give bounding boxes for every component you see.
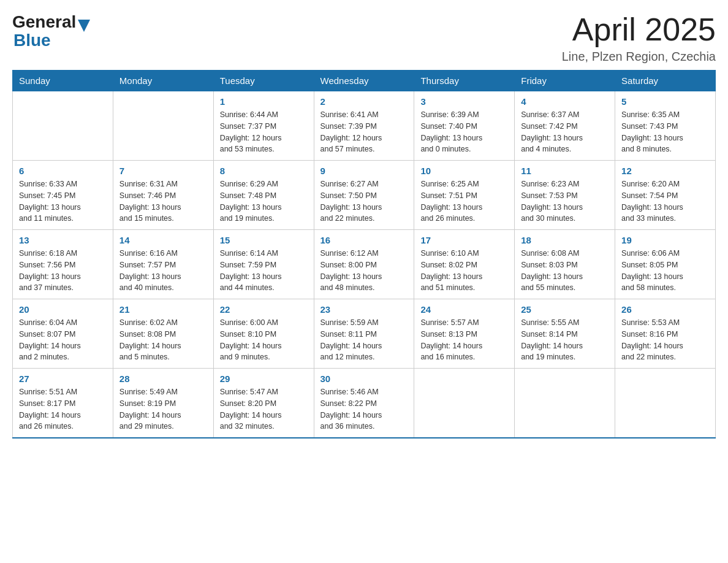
day-number: 2 [320, 96, 408, 107]
day-info: Sunrise: 6:41 AM Sunset: 7:39 PM Dayligh… [320, 109, 408, 155]
day-number: 17 [420, 235, 508, 245]
calendar-cell [414, 369, 515, 439]
day-info: Sunrise: 6:12 AM Sunset: 8:00 PM Dayligh… [320, 248, 408, 294]
calendar-cell: 1Sunrise: 6:44 AM Sunset: 7:37 PM Daylig… [213, 91, 314, 161]
day-number: 25 [521, 304, 609, 315]
day-number: 14 [119, 235, 207, 245]
calendar-cell: 28Sunrise: 5:49 AM Sunset: 8:19 PM Dayli… [113, 369, 213, 439]
weekday-header-monday: Monday [113, 71, 213, 91]
weekday-header-saturday: Saturday [615, 71, 716, 91]
day-info: Sunrise: 6:06 AM Sunset: 8:05 PM Dayligh… [621, 248, 709, 294]
calendar-week-2: 6Sunrise: 6:33 AM Sunset: 7:45 PM Daylig… [13, 161, 716, 230]
calendar-cell: 13Sunrise: 6:18 AM Sunset: 7:56 PM Dayli… [13, 230, 113, 299]
day-number: 4 [521, 96, 609, 107]
calendar-cell: 23Sunrise: 5:59 AM Sunset: 8:11 PM Dayli… [314, 299, 414, 369]
day-info: Sunrise: 6:33 AM Sunset: 7:45 PM Dayligh… [19, 178, 107, 224]
day-info: Sunrise: 6:14 AM Sunset: 7:59 PM Dayligh… [220, 248, 308, 294]
page-header: General Blue April 2025 Line, Plzen Regi… [12, 12, 716, 64]
day-number: 24 [420, 304, 508, 315]
day-number: 26 [621, 304, 709, 315]
day-number: 22 [220, 304, 308, 315]
weekday-header-wednesday: Wednesday [314, 71, 414, 91]
day-info: Sunrise: 6:18 AM Sunset: 7:56 PM Dayligh… [19, 248, 107, 294]
calendar-cell [515, 369, 615, 439]
day-info: Sunrise: 5:59 AM Sunset: 8:11 PM Dayligh… [320, 317, 408, 363]
calendar-cell: 14Sunrise: 6:16 AM Sunset: 7:57 PM Dayli… [113, 230, 213, 299]
day-info: Sunrise: 6:02 AM Sunset: 8:08 PM Dayligh… [119, 317, 207, 363]
day-info: Sunrise: 5:51 AM Sunset: 8:17 PM Dayligh… [19, 386, 107, 432]
day-info: Sunrise: 5:46 AM Sunset: 8:22 PM Dayligh… [320, 386, 408, 432]
day-number: 5 [621, 96, 709, 107]
day-info: Sunrise: 6:04 AM Sunset: 8:07 PM Dayligh… [19, 317, 107, 363]
calendar-cell: 5Sunrise: 6:35 AM Sunset: 7:43 PM Daylig… [615, 91, 716, 161]
day-info: Sunrise: 6:10 AM Sunset: 8:02 PM Dayligh… [420, 248, 508, 294]
calendar-week-3: 13Sunrise: 6:18 AM Sunset: 7:56 PM Dayli… [13, 230, 716, 299]
day-number: 15 [220, 235, 308, 245]
calendar-week-1: 1Sunrise: 6:44 AM Sunset: 7:37 PM Daylig… [13, 91, 716, 161]
calendar-cell: 27Sunrise: 5:51 AM Sunset: 8:17 PM Dayli… [13, 369, 113, 439]
weekday-header-sunday: Sunday [13, 71, 113, 91]
day-number: 13 [19, 235, 107, 245]
day-info: Sunrise: 6:29 AM Sunset: 7:48 PM Dayligh… [220, 178, 308, 224]
calendar-week-4: 20Sunrise: 6:04 AM Sunset: 8:07 PM Dayli… [13, 299, 716, 369]
calendar-cell: 16Sunrise: 6:12 AM Sunset: 8:00 PM Dayli… [314, 230, 414, 299]
month-title: April 2025 [562, 12, 716, 47]
day-info: Sunrise: 6:35 AM Sunset: 7:43 PM Dayligh… [621, 109, 709, 155]
calendar-cell: 19Sunrise: 6:06 AM Sunset: 8:05 PM Dayli… [615, 230, 716, 299]
calendar-cell: 17Sunrise: 6:10 AM Sunset: 8:02 PM Dayli… [414, 230, 515, 299]
weekday-header-thursday: Thursday [414, 71, 515, 91]
day-number: 1 [220, 96, 308, 107]
day-info: Sunrise: 5:47 AM Sunset: 8:20 PM Dayligh… [220, 386, 308, 432]
day-info: Sunrise: 6:27 AM Sunset: 7:50 PM Dayligh… [320, 178, 408, 224]
calendar-cell: 6Sunrise: 6:33 AM Sunset: 7:45 PM Daylig… [13, 161, 113, 230]
day-number: 28 [119, 373, 207, 384]
day-info: Sunrise: 6:08 AM Sunset: 8:03 PM Dayligh… [521, 248, 609, 294]
location-subtitle: Line, Plzen Region, Czechia [562, 50, 716, 64]
day-info: Sunrise: 6:16 AM Sunset: 7:57 PM Dayligh… [119, 248, 207, 294]
weekday-header-tuesday: Tuesday [213, 71, 314, 91]
day-number: 6 [19, 166, 107, 176]
day-number: 8 [220, 166, 308, 176]
day-info: Sunrise: 6:25 AM Sunset: 7:51 PM Dayligh… [420, 178, 508, 224]
day-number: 9 [320, 166, 408, 176]
logo-triangle-icon [78, 20, 90, 32]
calendar-cell: 2Sunrise: 6:41 AM Sunset: 7:39 PM Daylig… [314, 91, 414, 161]
day-info: Sunrise: 5:57 AM Sunset: 8:13 PM Dayligh… [420, 317, 508, 363]
calendar-table: SundayMondayTuesdayWednesdayThursdayFrid… [12, 70, 716, 439]
day-info: Sunrise: 6:37 AM Sunset: 7:42 PM Dayligh… [521, 109, 609, 155]
calendar-cell: 18Sunrise: 6:08 AM Sunset: 8:03 PM Dayli… [515, 230, 615, 299]
day-info: Sunrise: 5:55 AM Sunset: 8:14 PM Dayligh… [521, 317, 609, 363]
calendar-cell: 12Sunrise: 6:20 AM Sunset: 7:54 PM Dayli… [615, 161, 716, 230]
day-info: Sunrise: 6:00 AM Sunset: 8:10 PM Dayligh… [220, 317, 308, 363]
calendar-cell: 3Sunrise: 6:39 AM Sunset: 7:40 PM Daylig… [414, 91, 515, 161]
day-info: Sunrise: 5:53 AM Sunset: 8:16 PM Dayligh… [621, 317, 709, 363]
calendar-cell: 4Sunrise: 6:37 AM Sunset: 7:42 PM Daylig… [515, 91, 615, 161]
calendar-cell: 22Sunrise: 6:00 AM Sunset: 8:10 PM Dayli… [213, 299, 314, 369]
calendar-cell: 15Sunrise: 6:14 AM Sunset: 7:59 PM Dayli… [213, 230, 314, 299]
logo: General Blue [12, 12, 90, 50]
calendar-cell: 7Sunrise: 6:31 AM Sunset: 7:46 PM Daylig… [113, 161, 213, 230]
calendar-cell: 29Sunrise: 5:47 AM Sunset: 8:20 PM Dayli… [213, 369, 314, 439]
calendar-cell: 11Sunrise: 6:23 AM Sunset: 7:53 PM Dayli… [515, 161, 615, 230]
day-number: 20 [19, 304, 107, 315]
calendar-cell [13, 91, 113, 161]
day-number: 23 [320, 304, 408, 315]
weekday-header-friday: Friday [515, 71, 615, 91]
day-number: 11 [521, 166, 609, 176]
calendar-cell: 21Sunrise: 6:02 AM Sunset: 8:08 PM Dayli… [113, 299, 213, 369]
day-number: 27 [19, 373, 107, 384]
day-number: 12 [621, 166, 709, 176]
day-info: Sunrise: 6:39 AM Sunset: 7:40 PM Dayligh… [420, 109, 508, 155]
day-number: 30 [320, 373, 408, 384]
day-number: 29 [220, 373, 308, 384]
calendar-cell [615, 369, 716, 439]
day-number: 19 [621, 235, 709, 245]
calendar-cell: 8Sunrise: 6:29 AM Sunset: 7:48 PM Daylig… [213, 161, 314, 230]
day-number: 21 [119, 304, 207, 315]
logo-blue-text: Blue [13, 31, 51, 50]
calendar-cell: 30Sunrise: 5:46 AM Sunset: 8:22 PM Dayli… [314, 369, 414, 439]
calendar-header-row: SundayMondayTuesdayWednesdayThursdayFrid… [13, 71, 716, 91]
logo-general-text: General [12, 12, 76, 32]
day-number: 18 [521, 235, 609, 245]
calendar-cell: 10Sunrise: 6:25 AM Sunset: 7:51 PM Dayli… [414, 161, 515, 230]
